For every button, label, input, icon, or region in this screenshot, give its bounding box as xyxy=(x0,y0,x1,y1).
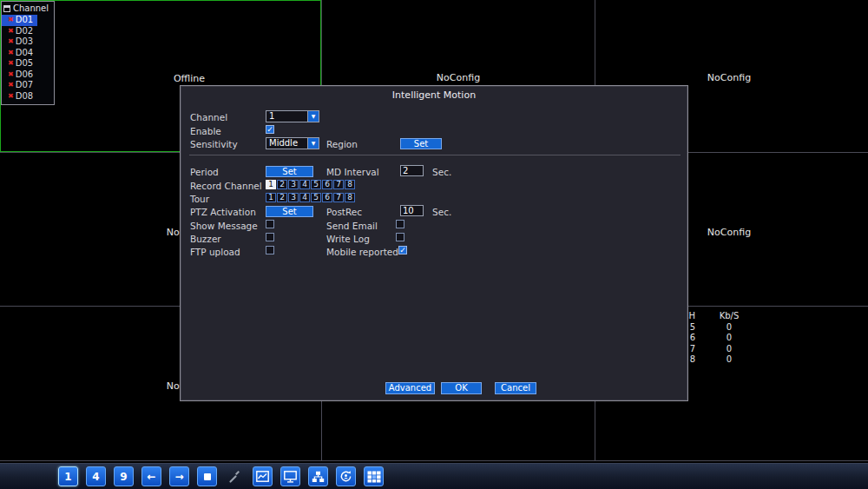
channel-list-item-d06[interactable]: D06 xyxy=(2,69,37,81)
tour-channel-5[interactable]: 5 xyxy=(311,193,321,202)
sensitivity-select-value: Middle xyxy=(269,138,298,148)
tour-channel-2[interactable]: 2 xyxy=(277,193,287,202)
offline-x-icon xyxy=(8,28,14,35)
channel-grid-icon[interactable] xyxy=(364,466,384,486)
sensitivity-select[interactable]: Middle xyxy=(266,137,319,149)
tour-channel-4[interactable]: 4 xyxy=(299,193,310,202)
tour-channel-6[interactable]: 6 xyxy=(322,193,332,202)
ok-button[interactable]: OK xyxy=(441,382,482,394)
postrec-unit: Sec. xyxy=(432,207,451,217)
period-set-button[interactable]: Set xyxy=(266,166,313,177)
postrec-input[interactable] xyxy=(400,205,424,216)
offline-x-icon xyxy=(8,82,14,89)
write-log-label: Write Log xyxy=(326,234,370,244)
record-channel-8[interactable]: 8 xyxy=(345,180,355,189)
channel-panel: Channel D01 D02 D03 D04 D05 D06 D07 xyxy=(1,1,55,105)
offline-x-icon xyxy=(8,38,14,45)
view-quad-icon[interactable]: 4 xyxy=(86,466,106,486)
channel-select[interactable]: 1 xyxy=(266,110,319,122)
record-channel-6[interactable]: 6 xyxy=(322,180,332,189)
tour-selector: 1 2 3 4 5 6 7 8 xyxy=(266,193,355,202)
channel-item-label: D06 xyxy=(16,70,33,79)
mobile-reported-checkbox[interactable] xyxy=(398,246,407,254)
bitrate-col-kbs: Kb/S xyxy=(707,311,751,322)
grid-divider-horizontal-3 xyxy=(0,460,868,461)
chevron-down-icon xyxy=(307,111,319,122)
intelligent-motion-dialog: Intelligent Motion Channel 1 Enable Sens… xyxy=(180,85,688,401)
channel-list-item-d07[interactable]: D07 xyxy=(2,80,37,91)
buzzer-label: Buzzer xyxy=(190,234,221,244)
channel-item-label: D08 xyxy=(16,92,33,101)
buzzer-checkbox[interactable] xyxy=(266,233,274,241)
send-email-label: Send Email xyxy=(326,221,378,231)
ftp-upload-checkbox[interactable] xyxy=(266,246,274,254)
view-nine-icon[interactable]: 9 xyxy=(114,466,134,486)
view-single-icon[interactable]: 1 xyxy=(58,466,78,486)
ftp-upload-label: FTP upload xyxy=(190,247,240,257)
record-channel-7[interactable]: 7 xyxy=(333,180,344,189)
sensitivity-label: Sensitivity xyxy=(190,139,238,149)
dialog-separator xyxy=(189,155,681,155)
record-channel-selector: 1 2 3 4 5 6 7 8 xyxy=(266,180,355,189)
channel-list-item-d04[interactable]: D04 xyxy=(2,48,37,59)
record-channel-2[interactable]: 2 xyxy=(277,180,287,189)
show-message-checkbox[interactable] xyxy=(266,220,274,228)
offline-x-icon xyxy=(8,93,14,100)
postrec-label: PostRec xyxy=(326,207,362,217)
ptz-activation-label: PTZ Activation xyxy=(190,207,256,217)
mobile-reported-label: Mobile reported xyxy=(326,247,398,257)
channel-list-item-d05[interactable]: D05 xyxy=(2,58,37,69)
cell-status: Offline xyxy=(174,73,205,84)
tour-channel-7[interactable]: 7 xyxy=(333,193,344,202)
enable-label: Enable xyxy=(190,126,221,136)
offline-x-icon xyxy=(8,50,14,56)
network-nodes-icon[interactable] xyxy=(308,466,328,486)
white-square-glyph xyxy=(204,473,211,480)
record-channel-1[interactable]: 1 xyxy=(266,180,276,189)
channel-item-label: D05 xyxy=(16,59,33,68)
cancel-button[interactable]: Cancel xyxy=(495,382,536,394)
offline-x-icon xyxy=(8,71,14,78)
prev-channel-icon[interactable]: ← xyxy=(141,466,161,486)
channel-list-item-d02[interactable]: D02 xyxy=(2,26,37,37)
tour-channel-1[interactable]: 1 xyxy=(266,193,276,202)
md-interval-label: MD Interval xyxy=(326,167,379,177)
channel-select-value: 1 xyxy=(269,111,274,121)
period-label: Period xyxy=(190,167,219,177)
record-channel-4[interactable]: 4 xyxy=(299,180,310,189)
channel-list-item-d01[interactable]: D01 xyxy=(2,15,37,26)
window-icon xyxy=(3,5,10,12)
ptz-set-button[interactable]: Set xyxy=(266,206,313,217)
ptz-control-icon[interactable] xyxy=(225,466,245,486)
write-log-checkbox[interactable] xyxy=(396,233,404,241)
stop-tour-icon[interactable] xyxy=(197,466,217,486)
record-channel-5[interactable]: 5 xyxy=(311,180,321,189)
taskbar-icons: 1 4 9 ← → xyxy=(58,466,384,486)
cell-status: NoConfig xyxy=(707,227,751,238)
region-set-button[interactable]: Set xyxy=(400,138,442,149)
send-email-checkbox[interactable] xyxy=(396,220,404,228)
next-channel-icon[interactable]: → xyxy=(169,466,189,486)
advanced-button[interactable]: Advanced xyxy=(385,382,435,394)
tour-channel-8[interactable]: 8 xyxy=(345,193,355,202)
dialog-title: Intelligent Motion xyxy=(181,89,687,101)
color-setting-icon[interactable] xyxy=(253,466,273,486)
taskbar: 1 4 9 ← → xyxy=(0,463,868,489)
record-channel-3[interactable]: 3 xyxy=(288,180,299,189)
output-adjust-monitor-icon[interactable] xyxy=(280,466,300,486)
md-interval-input[interactable] xyxy=(400,165,424,176)
show-message-label: Show Message xyxy=(190,221,258,231)
channel-item-label: D02 xyxy=(16,27,33,36)
channel-list-item-d03[interactable]: D03 xyxy=(2,36,37,48)
cell-status: NoConfig xyxy=(707,72,751,83)
record-channel-label: Record Channel xyxy=(190,181,262,191)
tour-label: Tour xyxy=(190,194,209,204)
tour-channel-3[interactable]: 3 xyxy=(288,193,299,202)
channel-list-item-d08[interactable]: D08 xyxy=(2,91,37,102)
channel-item-label: D03 xyxy=(16,37,33,46)
offline-x-icon xyxy=(8,60,14,67)
channel-panel-header: Channel xyxy=(2,2,54,15)
enable-checkbox[interactable] xyxy=(266,125,274,134)
channel-item-label: D04 xyxy=(16,49,33,57)
refresh-person-icon[interactable] xyxy=(336,466,356,486)
